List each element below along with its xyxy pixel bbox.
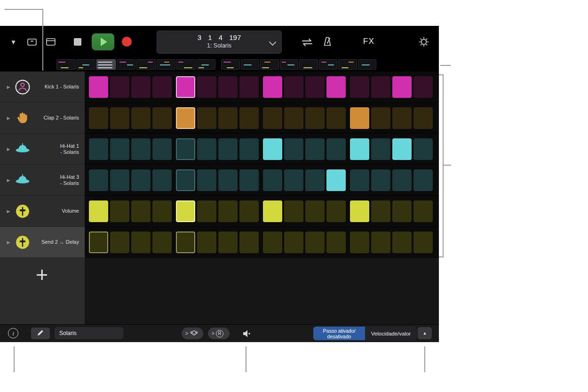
step-cell[interactable]: [110, 138, 129, 160]
library-button[interactable]: [26, 36, 38, 49]
pattern-segment[interactable]: [176, 59, 196, 70]
pattern-segment[interactable]: [136, 59, 156, 70]
step-cell[interactable]: [392, 107, 412, 129]
step-cell[interactable]: [326, 169, 346, 191]
step-cell[interactable]: [305, 169, 325, 191]
pattern-segment[interactable]: [241, 59, 260, 70]
step-cell[interactable]: [413, 232, 433, 253]
pattern-segment[interactable]: [221, 59, 240, 70]
step-cell[interactable]: [239, 107, 259, 129]
step-cell[interactable]: [371, 200, 390, 222]
step-cell[interactable]: [413, 138, 433, 160]
record-button[interactable]: [122, 37, 132, 47]
step-cell[interactable]: [305, 138, 325, 160]
step-cell[interactable]: [110, 232, 129, 253]
step-cell[interactable]: [263, 232, 282, 253]
step-cell[interactable]: [305, 232, 325, 253]
disclosure-triangle-icon[interactable]: ▶: [0, 85, 14, 89]
step-cell[interactable]: [326, 232, 346, 253]
step-cell[interactable]: [305, 200, 325, 222]
step-cell[interactable]: [326, 76, 346, 98]
pattern-segment[interactable]: [358, 59, 377, 70]
step-cell[interactable]: [284, 138, 303, 160]
step-cell[interactable]: [239, 76, 259, 98]
step-cell[interactable]: [197, 200, 216, 222]
step-cell[interactable]: [131, 107, 151, 129]
fx-button[interactable]: FX: [363, 37, 374, 46]
step-cell[interactable]: [239, 200, 259, 222]
pattern-segment[interactable]: [157, 59, 176, 70]
pattern-segment[interactable]: [77, 59, 96, 70]
pattern-segment[interactable]: [117, 59, 136, 70]
track-header-hihat-3[interactable]: ▶Hi-Hat 3- Solaris: [0, 165, 85, 196]
step-cell[interactable]: [284, 169, 303, 191]
step-cell[interactable]: [176, 232, 195, 253]
step-cell[interactable]: [197, 232, 216, 253]
step-cell[interactable]: [350, 169, 369, 191]
step-cell[interactable]: [263, 76, 282, 98]
cycle-button[interactable]: [300, 39, 314, 48]
step-cell[interactable]: [176, 107, 195, 129]
menu-disclosure-button[interactable]: ▼: [10, 39, 16, 46]
velocity-value-button[interactable]: Velocidade/valor: [365, 327, 417, 340]
step-cell[interactable]: [263, 138, 282, 160]
pattern-segment[interactable]: [319, 59, 338, 70]
step-cell[interactable]: [131, 232, 151, 253]
step-cell[interactable]: [371, 169, 390, 191]
pattern-name-field[interactable]: Solaris: [55, 327, 123, 339]
step-cell[interactable]: [131, 76, 151, 98]
step-cell[interactable]: [197, 138, 216, 160]
pattern-region-thumbnail[interactable]: [221, 59, 376, 70]
pattern-segment[interactable]: [197, 59, 216, 70]
track-header-send-2-delay[interactable]: ▶Send 2 → Delay: [0, 227, 85, 258]
pattern-segment[interactable]: [280, 59, 299, 70]
step-cell[interactable]: [305, 76, 325, 98]
step-cell[interactable]: [197, 76, 216, 98]
add-row-button[interactable]: [33, 266, 51, 284]
lcd-display[interactable]: 3 1 4 197 1: Solaris: [157, 31, 282, 54]
play-button[interactable]: [92, 33, 114, 50]
step-cell[interactable]: [326, 138, 346, 160]
pattern-segment[interactable]: [338, 59, 357, 70]
step-cell[interactable]: [131, 169, 151, 191]
step-cell[interactable]: [239, 138, 259, 160]
step-cell[interactable]: [218, 232, 238, 253]
step-cell[interactable]: [413, 107, 433, 129]
step-cell[interactable]: [152, 169, 172, 191]
step-cell[interactable]: [176, 138, 195, 160]
step-cell[interactable]: [350, 232, 369, 253]
step-cell[interactable]: [110, 200, 129, 222]
settings-button[interactable]: [418, 36, 430, 49]
step-cell[interactable]: [218, 169, 238, 191]
step-cell[interactable]: [176, 169, 195, 191]
disclosure-triangle-icon[interactable]: ▶: [0, 147, 14, 152]
disclosure-triangle-icon[interactable]: ▶: [0, 116, 14, 120]
track-header-clap-2[interactable]: ▶Clap 2 - Solaris: [0, 103, 85, 134]
disclosure-triangle-icon[interactable]: ▶: [0, 178, 14, 183]
step-cell[interactable]: [152, 200, 172, 222]
step-cell[interactable]: [131, 138, 151, 160]
step-cell[interactable]: [413, 200, 433, 222]
step-cell[interactable]: [218, 76, 238, 98]
step-cell[interactable]: [239, 169, 259, 191]
monkey-button[interactable]: >: [182, 328, 203, 339]
step-cell[interactable]: [284, 107, 303, 129]
edit-mode-button[interactable]: [31, 328, 50, 339]
step-cell[interactable]: [350, 138, 369, 160]
step-cell[interactable]: [371, 138, 390, 160]
step-cell[interactable]: [392, 232, 412, 253]
track-header-volume[interactable]: ▶Volume: [0, 196, 85, 227]
step-cell[interactable]: [371, 232, 390, 253]
step-cell[interactable]: [263, 169, 282, 191]
step-cell[interactable]: [176, 76, 195, 98]
step-cell[interactable]: [392, 169, 412, 191]
step-cell[interactable]: [263, 200, 282, 222]
info-button[interactable]: i: [8, 328, 18, 338]
step-cell[interactable]: [284, 232, 303, 253]
step-cell[interactable]: [89, 138, 108, 160]
step-cell[interactable]: [350, 107, 369, 129]
disclosure-triangle-icon[interactable]: ▶: [0, 240, 14, 245]
step-cell[interactable]: [110, 169, 129, 191]
track-header-kick-1[interactable]: ▶Kick 1 - Solaris: [0, 72, 85, 103]
step-cell[interactable]: [152, 76, 172, 98]
